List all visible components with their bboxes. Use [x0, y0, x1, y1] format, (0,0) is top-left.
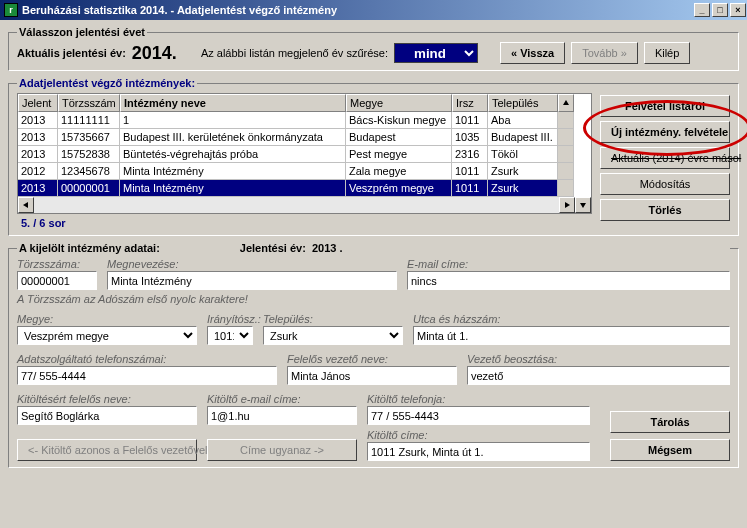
- cell-torzs: 15752838: [58, 146, 120, 163]
- scroll-right-icon[interactable]: [559, 197, 575, 213]
- scroll-down-icon[interactable]: [575, 197, 591, 213]
- label-fill-name: Kitöltésért felelős neve:: [17, 393, 197, 405]
- cell-year: 2013: [18, 180, 58, 197]
- back-button[interactable]: « Vissza: [500, 42, 565, 64]
- label-street: Utca és házszám:: [413, 313, 730, 325]
- col-zip[interactable]: Irsz: [452, 94, 488, 112]
- table-row[interactable]: 201315752838Büntetés-végrehajtás próbaPe…: [18, 146, 591, 163]
- input-leader[interactable]: [287, 366, 457, 385]
- cell-zip: 1011: [452, 112, 488, 129]
- col-torzs[interactable]: Törzsszám: [58, 94, 120, 112]
- cancel-button[interactable]: Mégsem: [610, 439, 730, 461]
- app-icon: r: [4, 3, 18, 17]
- add-from-list-button[interactable]: Felvétel listáról: [600, 95, 730, 117]
- institution-table[interactable]: Jelent Törzsszám Intézmény neve Megye Ir…: [17, 93, 592, 214]
- cell-name: Minta Intézmény: [120, 163, 346, 180]
- new-institution-button[interactable]: Új intézmény. felvétele: [600, 121, 730, 143]
- table-row[interactable]: 201300000001Minta IntézményVeszprém megy…: [18, 180, 591, 197]
- svg-marker-2: [565, 202, 570, 208]
- label-county: Megye:: [17, 313, 197, 325]
- torzs-hint: A Törzsszám az Adószám első nyolc karakt…: [17, 293, 730, 305]
- scroll-left-icon[interactable]: [18, 197, 34, 213]
- input-fill-name[interactable]: [17, 406, 197, 425]
- detail-year-value: 2013 .: [312, 242, 343, 254]
- input-phone[interactable]: [17, 366, 277, 385]
- cell-name: Minta Intézmény: [120, 180, 346, 197]
- next-button: Tovább »: [571, 42, 638, 64]
- grid-legend: Adatjelentést végző intézmények:: [17, 77, 197, 89]
- label-leader: Felelős vezető neve:: [287, 353, 457, 365]
- detail-legend-text: A kijelölt intézmény adatai:: [19, 242, 160, 254]
- detail-year-label: Jelentési év:: [240, 242, 306, 254]
- col-year[interactable]: Jelent: [18, 94, 58, 112]
- select-county[interactable]: Veszprém megye: [17, 326, 197, 345]
- cell-zip: 1035: [452, 129, 488, 146]
- input-fill-addr[interactable]: [367, 442, 590, 461]
- label-phone: Adatszolgáltató telefonszámai:: [17, 353, 277, 365]
- detail-panel: A kijelölt intézmény adatai: Jelentési é…: [8, 242, 739, 468]
- close-button[interactable]: ×: [730, 3, 746, 17]
- cell-name: Budapest III. kerületének önkormányzata: [120, 129, 346, 146]
- input-position[interactable]: [467, 366, 730, 385]
- input-torzs[interactable]: [17, 271, 97, 290]
- cell-county: Veszprém megye: [346, 180, 452, 197]
- save-button[interactable]: Tárolás: [610, 411, 730, 433]
- cell-torzs: 12345678: [58, 163, 120, 180]
- cell-zip: 1011: [452, 180, 488, 197]
- cell-town: Zsurk: [488, 163, 558, 180]
- current-year-label: Aktuális jelentési év:: [17, 47, 126, 59]
- cell-town: Budapest III.: [488, 129, 558, 146]
- window-title: Beruházási statisztika 2014. - Adatjelen…: [22, 4, 337, 16]
- copy-leader-button: <- Kitöltő azonos a Felelős vezetővel: [17, 439, 197, 461]
- svg-marker-3: [580, 203, 586, 208]
- col-county[interactable]: Megye: [346, 94, 452, 112]
- label-fill-phone: Kitöltő telefonja:: [367, 393, 590, 405]
- copy-to-year-button[interactable]: Aktuális (2014) évre másol: [600, 147, 730, 169]
- svg-marker-0: [563, 100, 569, 105]
- exit-button[interactable]: Kilép: [644, 42, 690, 64]
- cell-county: Pest megye: [346, 146, 452, 163]
- filter-label: Az alábbi listán megjelenő év szűrése:: [201, 47, 388, 59]
- horizontal-scrollbar[interactable]: [18, 197, 591, 213]
- scroll-up-icon[interactable]: [558, 94, 574, 112]
- current-year-value: 2014.: [132, 43, 177, 64]
- cell-zip: 2316: [452, 146, 488, 163]
- cell-year: 2012: [18, 163, 58, 180]
- cell-torzs: 11111111: [58, 112, 120, 129]
- delete-button[interactable]: Törlés: [600, 199, 730, 221]
- cell-county: Zala megye: [346, 163, 452, 180]
- cell-year: 2013: [18, 129, 58, 146]
- cell-torzs: 00000001: [58, 180, 120, 197]
- minimize-button[interactable]: _: [694, 3, 710, 17]
- label-fill-email: Kitöltő e-mail címe:: [207, 393, 357, 405]
- cell-town: Aba: [488, 112, 558, 129]
- label-email: E-mail címe:: [407, 258, 730, 270]
- cell-zip: 1011: [452, 163, 488, 180]
- label-fill-addr: Kitöltő címe:: [367, 429, 590, 441]
- input-street[interactable]: [413, 326, 730, 345]
- year-filter-select[interactable]: mind: [394, 43, 478, 63]
- input-fill-phone[interactable]: [367, 406, 590, 425]
- copy-address-button: Címe ugyanaz ->: [207, 439, 357, 461]
- col-name[interactable]: Intézmény neve: [120, 94, 346, 112]
- modify-button[interactable]: Módosítás: [600, 173, 730, 195]
- cell-town: Zsurk: [488, 180, 558, 197]
- row-count-label: 5. / 6 sor: [17, 214, 592, 229]
- table-row[interactable]: 2013111111111Bács-Kiskun megye1011Aba: [18, 112, 591, 129]
- table-row[interactable]: 201315735667Budapest III. kerületének ön…: [18, 129, 591, 146]
- cell-county: Bács-Kiskun megye: [346, 112, 452, 129]
- year-panel: Válasszon jelentési évet Aktuális jelent…: [8, 26, 739, 71]
- input-name[interactable]: [107, 271, 397, 290]
- cell-year: 2013: [18, 146, 58, 163]
- grid-panel: Adatjelentést végző intézmények: Jelent …: [8, 77, 739, 236]
- select-town[interactable]: Zsurk: [263, 326, 403, 345]
- cell-torzs: 15735667: [58, 129, 120, 146]
- input-email[interactable]: [407, 271, 730, 290]
- maximize-button[interactable]: □: [712, 3, 728, 17]
- input-fill-email[interactable]: [207, 406, 357, 425]
- col-town[interactable]: Település: [488, 94, 558, 112]
- label-name: Megnevezése:: [107, 258, 397, 270]
- select-zip[interactable]: 1011: [207, 326, 253, 345]
- table-row[interactable]: 201212345678Minta IntézményZala megye101…: [18, 163, 591, 180]
- cell-year: 2013: [18, 112, 58, 129]
